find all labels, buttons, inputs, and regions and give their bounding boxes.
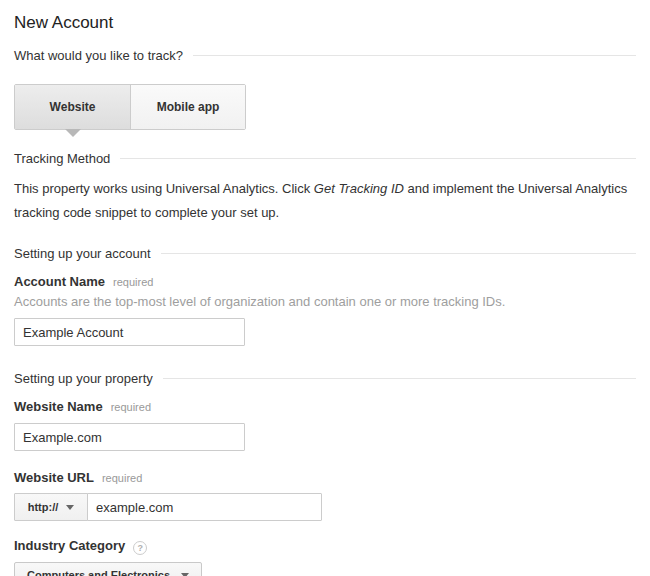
- website-url-input[interactable]: [87, 493, 322, 521]
- tab-website-label: Website: [50, 100, 96, 114]
- tracking-method-heading-row: Tracking Method: [14, 151, 636, 166]
- caret-down-icon: [181, 573, 189, 576]
- property-section-heading-row: Setting up your property: [14, 371, 636, 386]
- account-section-heading: Setting up your account: [14, 246, 151, 261]
- property-section-heading: Setting up your property: [14, 371, 153, 386]
- tracking-method-description: This property works using Universal Anal…: [14, 177, 636, 225]
- tab-website[interactable]: Website: [15, 85, 130, 129]
- help-question-icon[interactable]: ?: [133, 541, 147, 555]
- heading-rule: [193, 55, 636, 56]
- page-title: New Account: [14, 13, 636, 33]
- track-section-heading: What would you like to track?: [14, 48, 183, 63]
- website-name-label-row: Website Name required: [14, 399, 636, 414]
- industry-category-label-row: Industry Category ?: [14, 538, 636, 554]
- website-url-label: Website URL: [14, 470, 94, 485]
- account-section-heading-row: Setting up your account: [14, 246, 636, 261]
- website-url-label-row: Website URL required: [14, 470, 636, 485]
- heading-rule: [120, 158, 636, 159]
- website-name-input[interactable]: [14, 423, 245, 451]
- website-url-row: http://: [14, 493, 636, 521]
- account-name-help-text: Accounts are the top-most level of organ…: [14, 294, 636, 309]
- industry-category-label: Industry Category: [14, 538, 125, 553]
- url-protocol-value: http://: [28, 501, 59, 513]
- account-name-required-tag: required: [113, 276, 153, 288]
- track-section-heading-row: What would you like to track?: [14, 48, 636, 63]
- selected-tab-pointer-icon: [65, 129, 81, 137]
- track-type-tab-group: Website Mobile app: [14, 84, 246, 130]
- tracking-method-heading: Tracking Method: [14, 151, 110, 166]
- heading-rule: [161, 253, 636, 254]
- tab-mobile-app-label: Mobile app: [157, 100, 220, 114]
- website-name-required-tag: required: [111, 401, 151, 413]
- tab-mobile-app[interactable]: Mobile app: [130, 85, 245, 129]
- get-tracking-id-emphasis: Get Tracking ID: [314, 181, 404, 196]
- website-url-required-tag: required: [102, 472, 142, 484]
- account-name-label-row: Account Name required: [14, 274, 636, 289]
- heading-rule: [163, 378, 636, 379]
- account-name-label: Account Name: [14, 274, 105, 289]
- industry-category-dropdown[interactable]: Computers and Electronics: [14, 562, 202, 576]
- website-name-label: Website Name: [14, 399, 103, 414]
- url-protocol-dropdown[interactable]: http://: [14, 493, 88, 521]
- caret-down-icon: [66, 505, 74, 510]
- account-name-input[interactable]: [14, 318, 245, 346]
- industry-category-value: Computers and Electronics: [27, 569, 170, 576]
